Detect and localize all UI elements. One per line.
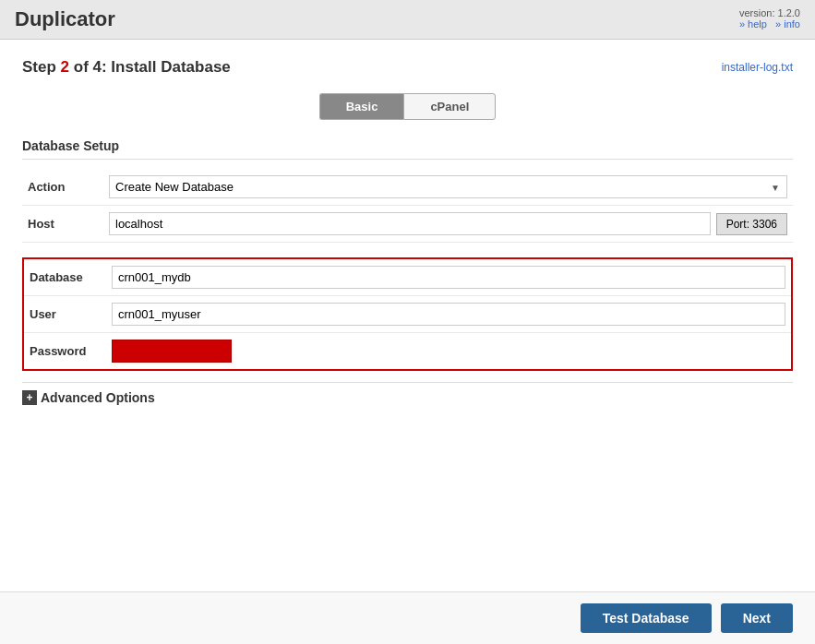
next-button[interactable]: Next (721, 603, 793, 633)
database-input[interactable] (112, 266, 785, 289)
app-header: Duplicator version: 1.2.0 » help » info (0, 0, 815, 40)
database-label: Database (23, 258, 106, 296)
info-link[interactable]: » info (775, 18, 800, 30)
app-title: Duplicator (15, 7, 115, 31)
header-meta: version: 1.2.0 » help » info (739, 7, 800, 30)
step-title-prefix: Step (22, 58, 61, 76)
step-title-suffix: of 4: Install Database (69, 58, 231, 76)
step-title: Step 2 of 4: Install Database (22, 58, 231, 77)
tab-cpanel[interactable]: cPanel (403, 93, 496, 120)
advanced-options-toggle[interactable]: + Advanced Options (22, 390, 793, 405)
password-label: Password (23, 333, 106, 371)
tabs-container: Basic cPanel (22, 93, 793, 120)
host-input[interactable] (109, 212, 711, 235)
advanced-options: + Advanced Options (22, 382, 793, 405)
password-input[interactable] (112, 340, 232, 363)
footer: Test Database Next (0, 591, 815, 644)
user-input-cell (106, 296, 792, 333)
password-input-cell (106, 333, 792, 371)
step-number: 2 (61, 58, 69, 76)
action-label: Action (22, 169, 105, 206)
action-row: Action Create New DatabaseConnect to Exi… (22, 169, 793, 206)
database-input-cell (106, 258, 792, 296)
host-label: Host (22, 206, 105, 243)
main-content: Step 2 of 4: Install Database installer-… (0, 40, 815, 591)
user-row: User (23, 296, 792, 333)
section-title: Database Setup (22, 138, 793, 160)
user-input[interactable] (112, 303, 785, 326)
step-header: Step 2 of 4: Install Database installer-… (22, 58, 793, 77)
host-input-cell: Port: 3306 (105, 206, 793, 243)
advanced-options-label-text: Advanced Options (41, 390, 155, 405)
action-select[interactable]: Create New DatabaseConnect to Existing D… (109, 175, 787, 198)
installer-log-link[interactable]: installer-log.txt (722, 61, 793, 74)
password-row: Password (23, 333, 792, 371)
action-row-table: Action Create New DatabaseConnect to Exi… (22, 169, 793, 243)
db-highlighted-table: Database User Password (22, 257, 793, 371)
database-row: Database (23, 258, 792, 296)
port-button[interactable]: Port: 3306 (716, 213, 787, 235)
user-label: User (23, 296, 106, 333)
plus-icon: + (22, 390, 37, 405)
help-link[interactable]: » help (739, 18, 767, 30)
tab-basic[interactable]: Basic (319, 93, 404, 120)
version-label: version: 1.2.0 (739, 7, 800, 18)
action-select-wrapper[interactable]: Create New DatabaseConnect to Existing D… (109, 175, 787, 198)
host-row: Host Port: 3306 (22, 206, 793, 243)
host-cell: Port: 3306 (109, 212, 787, 235)
action-input-cell: Create New DatabaseConnect to Existing D… (105, 169, 793, 206)
test-database-button[interactable]: Test Database (581, 603, 712, 633)
